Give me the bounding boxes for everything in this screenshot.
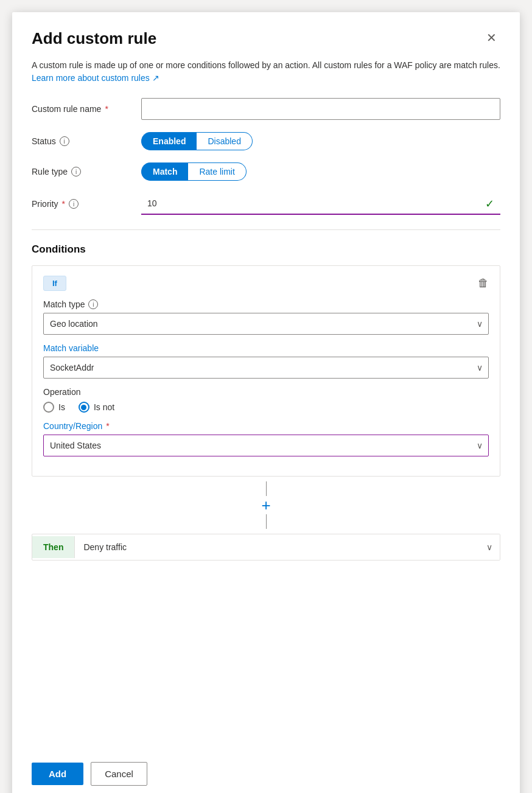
dialog-header: Add custom rule ✕ <box>32 29 500 48</box>
add-button[interactable]: Add <box>32 763 83 785</box>
if-badge: If <box>43 276 66 291</box>
op-is-radio[interactable] <box>43 402 54 413</box>
operation-label: Operation <box>43 387 489 397</box>
op-is-option[interactable]: Is <box>43 402 65 413</box>
rule-type-control: Match Rate limit <box>141 162 500 181</box>
then-action-select[interactable]: Deny traffic Allow traffic Log Redirect <box>75 534 500 560</box>
add-condition-button[interactable]: + <box>256 496 275 514</box>
status-info-icon: i <box>60 136 69 146</box>
priority-check-icon: ✓ <box>485 197 494 211</box>
custom-rule-name-row: Custom rule name * <box>32 98 500 120</box>
required-star: * <box>105 104 108 114</box>
divider <box>32 229 500 230</box>
match-type-info-icon: i <box>88 299 98 309</box>
then-row: Then Deny traffic Allow traffic Log Redi… <box>32 534 500 561</box>
country-region-select[interactable]: United States Canada United Kingdom <box>43 435 489 456</box>
match-type-select[interactable]: Geo location IP address Request header <box>43 313 489 335</box>
priority-control: ✓ <box>141 193 500 215</box>
priority-label: Priority * i <box>32 199 141 209</box>
connector-line-top <box>266 481 267 496</box>
add-custom-rule-dialog: Add custom rule ✕ A custom rule is made … <box>12 12 520 793</box>
status-row: Status i Enabled Disabled <box>32 132 500 150</box>
operation-radio-group: Is Is not <box>43 402 489 413</box>
close-button[interactable]: ✕ <box>483 29 500 46</box>
then-badge: Then <box>32 536 75 558</box>
rule-type-row: Rule type i Match Rate limit <box>32 162 500 181</box>
cancel-button[interactable]: Cancel <box>91 762 147 786</box>
custom-rule-name-label: Custom rule name * <box>32 104 141 114</box>
status-toggle-group: Enabled Disabled <box>141 132 500 150</box>
rule-rate-limit-button[interactable]: Rate limit <box>188 162 246 181</box>
status-label: Status i <box>32 136 141 146</box>
connector-line-bottom <box>266 514 267 529</box>
rule-match-button[interactable]: Match <box>141 162 188 181</box>
match-variable-label: Match variable <box>43 343 489 353</box>
custom-rule-name-control <box>141 98 500 120</box>
op-is-not-option[interactable]: Is not <box>79 402 114 413</box>
condition-header: If 🗑 <box>43 276 489 291</box>
country-region-label: Country/Region * <box>43 421 489 431</box>
dialog-title: Add custom rule <box>32 29 156 48</box>
priority-info-icon: i <box>69 199 79 209</box>
match-type-label: Match type i <box>43 299 489 309</box>
match-variable-select[interactable]: SocketAddr RemoteAddr <box>43 357 489 379</box>
conditions-section-title: Conditions <box>32 243 500 256</box>
country-required-star: * <box>106 421 109 431</box>
then-select-wrap: Deny traffic Allow traffic Log Redirect … <box>75 534 500 560</box>
country-region-select-wrap: United States Canada United Kingdom ∨ <box>43 435 489 456</box>
dialog-description: A custom rule is made up of one or more … <box>32 59 500 85</box>
status-control: Enabled Disabled <box>141 132 500 150</box>
delete-condition-button[interactable]: 🗑 <box>478 277 489 290</box>
custom-rule-name-input[interactable] <box>141 98 500 120</box>
match-type-select-wrap: Geo location IP address Request header ∨ <box>43 313 489 335</box>
bottom-actions: Add Cancel <box>32 745 500 786</box>
rule-type-info-icon: i <box>71 167 81 176</box>
status-disabled-button[interactable]: Disabled <box>197 132 252 150</box>
condition-block: If 🗑 Match type i Geo location IP addres… <box>32 265 500 477</box>
priority-input[interactable] <box>141 193 500 215</box>
rule-type-toggle-group: Match Rate limit <box>141 162 500 181</box>
status-enabled-button[interactable]: Enabled <box>141 132 197 150</box>
priority-required-star: * <box>62 199 65 209</box>
learn-more-link[interactable]: Learn more about custom rules ↗ <box>32 73 159 83</box>
priority-input-wrap: ✓ <box>141 193 500 215</box>
match-variable-select-wrap: SocketAddr RemoteAddr ∨ <box>43 357 489 379</box>
priority-row: Priority * i ✓ <box>32 193 500 215</box>
connector-area: + <box>32 477 500 534</box>
op-is-not-radio[interactable] <box>79 402 89 413</box>
rule-type-label: Rule type i <box>32 167 141 176</box>
